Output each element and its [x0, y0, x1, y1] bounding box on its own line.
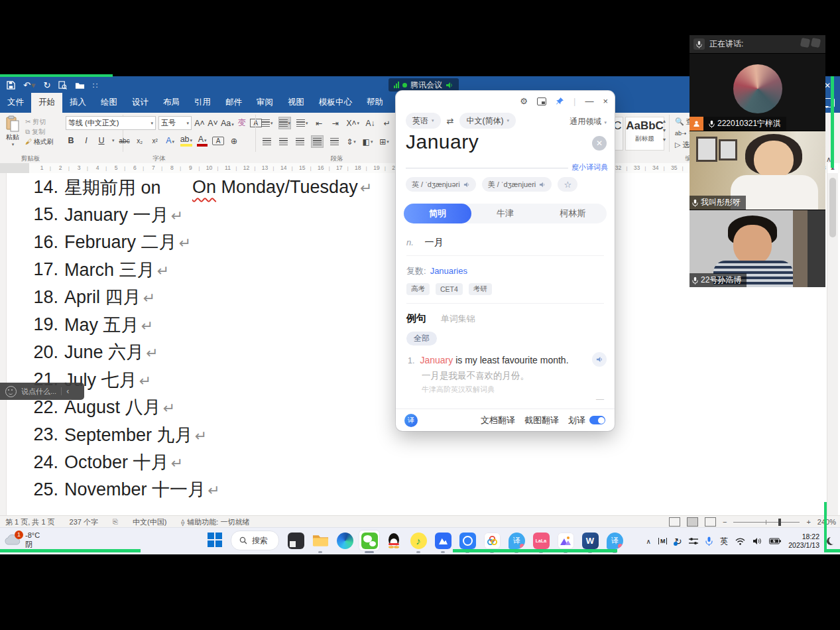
font-name-combo[interactable]: 等线 (中文正文)▾ [66, 116, 156, 130]
participant-tile[interactable]: 我叫彤彤呀 [690, 131, 825, 210]
examples-tab[interactable]: 例句 [406, 312, 426, 324]
zoom-in-icon[interactable]: + [806, 518, 810, 526]
dict-tab-牛津[interactable]: 牛津 [471, 204, 539, 223]
justify-icon[interactable] [311, 135, 324, 148]
undo-icon[interactable]: ↶▾ [23, 80, 35, 90]
phonetic-guide-icon[interactable]: 变 [237, 117, 247, 129]
sync-icon[interactable]: ↻ [674, 536, 682, 546]
meeting-chat-bubble[interactable]: 说点什么... ‹ [0, 383, 84, 400]
copy-button[interactable]: ⧉ 复制 [25, 127, 54, 137]
tray-overflow-icon[interactable]: ∧ [646, 538, 651, 545]
ribbon-tab-模板中心[interactable]: 模板中心 [312, 93, 359, 113]
customize-qat-icon[interactable]: ⸬ [93, 82, 97, 90]
participant-tile[interactable]: 222010321宁梓淇 [690, 53, 825, 131]
favorite-star-icon[interactable]: ☆ [558, 177, 577, 192]
text-effects-icon[interactable]: A▾ [165, 136, 176, 145]
tray-ime-tool-icon[interactable]: M [658, 538, 668, 544]
example-speaker-icon[interactable] [592, 352, 607, 367]
filter-all-chip[interactable]: 全部 [406, 332, 437, 346]
underline-button[interactable]: U [96, 136, 107, 145]
show-marks-icon[interactable]: ↵ [381, 117, 392, 129]
ribbon-tab-开始[interactable]: 开始 [31, 93, 62, 113]
wifi-icon[interactable] [735, 538, 745, 545]
increase-indent-icon[interactable]: ⇥ [330, 117, 341, 129]
cut-button[interactable]: ✂ 剪切 [25, 117, 54, 127]
scrollbar-thumb[interactable] [829, 178, 836, 237]
dict-pin-icon[interactable] [556, 97, 564, 105]
sort-icon[interactable]: A↓ [365, 117, 376, 129]
taskbar-app-file-explorer[interactable] [310, 531, 330, 550]
chat-placeholder[interactable]: 说点什么... [21, 387, 56, 397]
weather-widget[interactable]: 1 -8°C阴 [4, 531, 40, 549]
paste-button[interactable]: 粘贴▾ [5, 115, 20, 147]
participant-tile[interactable]: 22号孙浩博 [690, 210, 825, 287]
footer-link-截图翻译[interactable]: 截图翻译 [524, 414, 559, 426]
ribbon-tab-绘图[interactable]: 绘图 [93, 93, 125, 113]
volume-icon[interactable] [752, 537, 762, 545]
ribbon-tab-帮助[interactable]: 帮助 [359, 93, 390, 113]
footer-link-划译[interactable]: 划译 [568, 414, 585, 426]
ribbon-tab-邮件[interactable]: 邮件 [218, 93, 249, 113]
taskbar-app-rings-app[interactable] [482, 531, 502, 550]
line-spacing-icon[interactable]: ⇕▾ [345, 136, 357, 147]
clear-word-icon[interactable]: ✕ [592, 136, 607, 151]
web-layout-icon[interactable] [705, 517, 716, 527]
distribute-icon[interactable] [329, 136, 340, 147]
align-right-icon[interactable] [294, 136, 306, 147]
open-folder-icon[interactable] [75, 82, 85, 90]
taskbar-app-tencent-meeting[interactable] [433, 531, 453, 550]
taskbar-app-qq[interactable] [384, 531, 404, 550]
word-count[interactable]: 237 个字 [70, 517, 98, 527]
clock[interactable]: 18:222023/1/13 [788, 533, 819, 550]
ribbon-tab-引用[interactable]: 引用 [187, 93, 218, 113]
shrink-font-icon[interactable]: A˅ [208, 119, 218, 128]
microphone-icon[interactable] [705, 536, 713, 546]
domain-dropdown[interactable]: 通用领域 ▾ [570, 116, 607, 127]
borders-icon[interactable]: ⊞▾ [379, 136, 390, 147]
accessibility-status[interactable]: ⟠辅助功能: 一切就绪 [181, 517, 249, 527]
ribbon-tab-插入[interactable]: 插入 [62, 93, 93, 113]
collapse-chat-icon[interactable]: ‹ [66, 387, 73, 396]
align-center-icon[interactable] [278, 136, 289, 147]
print-preview-icon[interactable] [58, 81, 67, 90]
proofing-icon[interactable]: ⎘ [113, 518, 118, 526]
print-layout-icon[interactable] [687, 517, 698, 527]
swap-languages-icon[interactable]: ⇄ [447, 116, 454, 126]
styles-gallery-expand-icon[interactable]: ▼ [661, 135, 668, 145]
search-box[interactable]: 搜索 [231, 531, 279, 550]
word-collection-tab[interactable]: 单词集锦 [441, 314, 475, 324]
style-副标题[interactable]: AaBbC副标题 [625, 117, 664, 151]
taskbar-app-app-dark-window[interactable] [286, 531, 306, 550]
format-painter-button[interactable]: 🖌 格式刷 [25, 137, 54, 147]
ribbon-tab-视图[interactable]: 视图 [280, 93, 312, 113]
target-language-dropdown[interactable]: 中文(简体)▾ [459, 113, 516, 129]
taskbar-app-edge-browser[interactable] [335, 531, 355, 550]
taskbar-app-qq-music[interactable]: ♪ [408, 531, 428, 550]
page-indicator[interactable]: 第 1 页, 共 1 页 [5, 517, 55, 527]
start-button[interactable] [207, 532, 224, 549]
save-icon[interactable] [7, 81, 15, 90]
bold-button[interactable]: B [66, 136, 76, 145]
night-mode-icon[interactable] [826, 536, 836, 546]
dict-close-icon[interactable]: × [603, 96, 608, 106]
document-line[interactable]: 25.November 十一月↵ [0, 476, 840, 503]
provider-link[interactable]: 度小译词典 [571, 162, 608, 172]
dict-tab-简明[interactable]: 简明 [404, 204, 471, 223]
enclose-char-icon[interactable]: ⊕ [229, 136, 239, 146]
grow-font-icon[interactable]: A˄ [194, 119, 205, 128]
ime-indicator[interactable]: 英 [720, 536, 728, 547]
taskbar-app-translate-app[interactable]: 译 [507, 531, 526, 550]
redo-icon[interactable]: ↻ [43, 80, 50, 90]
dict-settings-icon[interactable]: ⚙ [520, 96, 528, 106]
numbered-list-icon[interactable]: ▾ [278, 117, 292, 129]
dict-minimize-icon[interactable]: — [585, 96, 593, 106]
multilevel-list-icon[interactable]: ▾ [296, 117, 308, 129]
zoom-slider[interactable] [733, 522, 800, 523]
hover-translate-toggle[interactable] [589, 416, 605, 424]
taskbar-app-word[interactable]: W [580, 531, 600, 550]
translator-logo-icon[interactable]: 译 [404, 414, 418, 427]
ribbon-tab-布局[interactable]: 布局 [156, 93, 187, 113]
taskbar-app-blue-tool[interactable] [457, 531, 477, 550]
zoom-out-icon[interactable]: − [723, 518, 727, 526]
document-line[interactable]: 24.October 十月↵ [0, 449, 840, 476]
